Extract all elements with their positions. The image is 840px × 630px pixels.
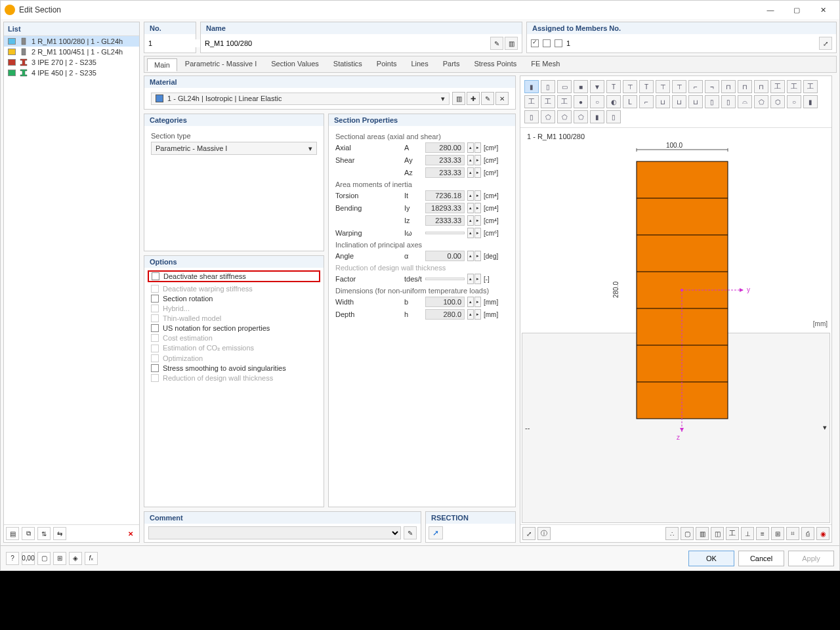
shape-button[interactable]: ⊤ [656,80,670,93]
shape-button[interactable]: ▼ [590,80,604,93]
copy-button[interactable]: ⧉ [22,527,35,540]
spin-up[interactable]: ▴ [467,142,474,153]
spin-up[interactable]: ▴ [467,203,474,213]
shape-button[interactable]: 工 [770,80,785,93]
shape-button[interactable]: ⬠ [574,110,588,123]
minimize-button[interactable]: — [758,2,783,18]
shape-button[interactable]: ⊔ [656,95,670,108]
tab-fe-mesh[interactable]: FE Mesh [524,58,566,71]
section-list-item[interactable]: 1 R_M1 100/280 | 1 - GL24h [4,36,139,47]
tb-btn[interactable]: ⊞ [771,527,784,540]
assigned-input[interactable] [566,39,818,47]
value-input[interactable]: 100.0 [425,297,465,307]
shape-button[interactable]: ⊓ [721,80,736,93]
shape-button[interactable]: ⊓ [738,80,752,93]
shape-button[interactable]: ⌐ [688,80,703,93]
shape-button[interactable]: ⊔ [672,95,686,108]
material-library-button[interactable]: ▥ [452,92,465,105]
section-list-item[interactable]: 2 R_M1 100/451 | 1 - GL24h [4,47,139,57]
spin-down[interactable]: ▸ [474,190,481,201]
shape-button[interactable]: ⬠ [541,110,555,123]
shape-button[interactable]: 工 [524,95,539,108]
value-input[interactable]: 0.00 [425,251,465,261]
preview-area[interactable]: 100.0 280.0 y z [mm] [520,142,831,331]
tb-delete-button[interactable]: ◉ [816,527,830,540]
shape-button[interactable]: ▮ [590,110,604,123]
shape-button[interactable]: T [606,80,621,93]
spin-down[interactable]: ▸ [474,203,481,213]
shape-button[interactable]: ▮ [803,95,818,108]
value-input[interactable]: 7236.18 [425,190,465,201]
shape-button[interactable]: ⊔ [688,95,703,108]
section-list-item[interactable]: 3 IPE 270 | 2 - S235 [4,57,139,68]
value-input[interactable]: 2333.33 [425,215,465,226]
spin-up[interactable]: ▴ [467,155,474,165]
shape-button[interactable]: ▮ [524,80,539,93]
option-row[interactable]: Section rotation [151,295,317,303]
spin-down[interactable]: ▸ [474,142,481,153]
material-select[interactable]: 1 - GL24h | Isotropic | Linear Elastic ▾ [151,93,450,105]
section-type-select[interactable]: Parametric - Massive I▾ [151,142,317,155]
shape-button[interactable]: ⊓ [754,80,768,93]
comment-button[interactable]: ✎ [404,526,417,539]
option-row[interactable]: US notation for section properties [151,324,317,332]
shape-button[interactable]: ⌓ [738,95,752,108]
shape-button[interactable]: ○ [590,95,604,108]
print-button[interactable]: ⎙ [801,527,814,540]
shape-button[interactable]: ▯ [524,110,539,123]
shape-button[interactable]: 工 [557,95,572,108]
shape-button[interactable]: ⊤ [672,80,686,93]
shape-button[interactable]: ⊤ [623,80,637,93]
spin-down[interactable]: ▸ [474,297,481,307]
shape-button[interactable]: ▯ [721,95,736,108]
sort-button[interactable]: ⇅ [37,527,51,540]
spin-down[interactable]: ▸ [474,251,481,261]
value-input[interactable]: 18293.33 [425,203,465,213]
shape-button[interactable]: ⌐ [639,95,654,108]
shape-button[interactable]: 工 [541,95,555,108]
option-row[interactable]: Stress smoothing to avoid singularities [151,364,317,372]
spin-up[interactable]: ▴ [467,190,474,201]
shape-button[interactable]: L [623,95,637,108]
value-input[interactable]: 233.33 [425,155,465,165]
tb-btn[interactable]: ⊥ [741,527,754,540]
shape-button[interactable]: ¬ [705,80,719,93]
spin-up[interactable]: ▴ [467,297,474,307]
shape-button[interactable]: T [639,80,654,93]
info-button[interactable]: ⓘ [537,527,551,540]
color-button[interactable]: ◈ [69,552,82,565]
shape-button[interactable]: ⬡ [770,95,785,108]
tb-btn[interactable]: ≡ [756,527,769,540]
tree-button[interactable]: ⊞ [53,552,66,565]
spin-down[interactable]: ▸ [474,155,481,165]
material-delete-button[interactable]: ✕ [495,92,509,105]
cancel-button[interactable]: Cancel [738,551,784,566]
tab-parts[interactable]: Parts [436,58,467,71]
value-input[interactable]: 280.00 [425,142,465,153]
spin-down[interactable]: ▸ [474,215,481,226]
spin-up[interactable]: ▴ [467,309,474,320]
zoom-button[interactable]: ⤢ [522,527,536,540]
tab-main[interactable]: Main [147,58,177,72]
apply-button[interactable]: Apply [788,551,834,566]
material-edit-button[interactable]: ✎ [481,92,494,105]
units-button[interactable]: 0,00 [22,552,35,565]
pick-members-button[interactable]: ⤢ [819,37,832,50]
shape-button[interactable]: ▯ [541,80,555,93]
spin-up[interactable]: ▴ [467,251,474,261]
value-input[interactable]: 233.33 [425,167,465,178]
tab-stress-points[interactable]: Stress Points [467,58,523,71]
tb-btn[interactable]: ◫ [711,527,724,540]
tab-lines[interactable]: Lines [404,58,434,71]
section-list-item[interactable]: 4 IPE 450 | 2 - S235 [4,68,139,78]
tab-points[interactable]: Points [370,58,404,71]
shape-button[interactable]: 工 [803,80,818,93]
tab-section-values[interactable]: Section Values [264,58,326,71]
tb-btn[interactable]: 工 [726,527,739,540]
spin-down[interactable]: ▸ [474,309,481,320]
comment-select[interactable] [148,526,401,539]
section-list[interactable]: 1 R_M1 100/280 | 1 - GL24h2 R_M1 100/451… [4,36,139,524]
assign-button[interactable]: ⇆ [53,527,66,540]
shape-button[interactable]: ⬠ [754,95,768,108]
shape-button[interactable]: ▯ [606,110,621,123]
